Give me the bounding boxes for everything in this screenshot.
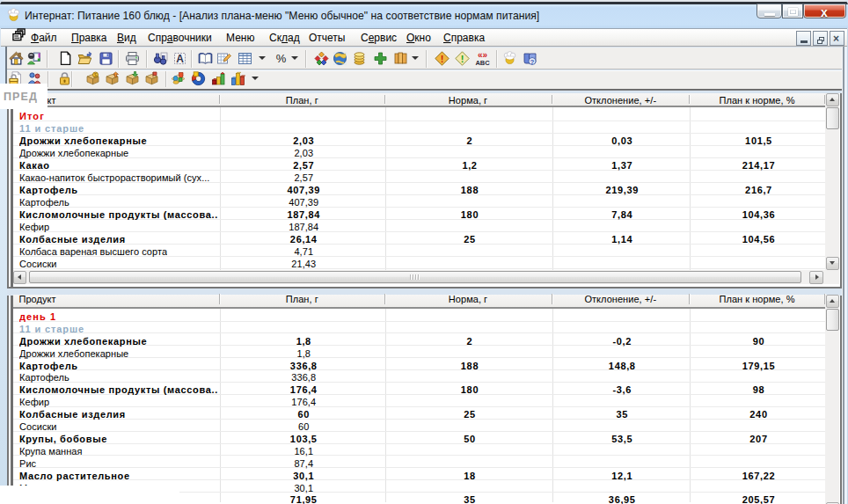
svg-text:%: % bbox=[276, 52, 287, 65]
svg-text:?: ? bbox=[530, 58, 535, 66]
svg-text:ABC: ABC bbox=[475, 59, 490, 67]
svg-text:!: ! bbox=[441, 54, 444, 64]
svg-text:!: ! bbox=[461, 54, 464, 64]
svg-text:$: $ bbox=[94, 72, 97, 77]
svg-text:А: А bbox=[176, 53, 184, 65]
